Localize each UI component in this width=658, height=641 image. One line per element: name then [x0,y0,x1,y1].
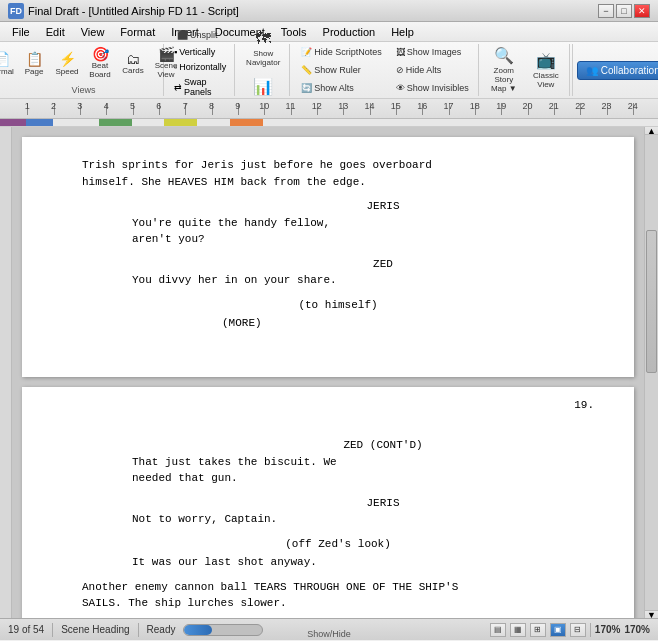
menu-edit[interactable]: Edit [38,24,73,40]
ready-status: Ready [147,624,176,635]
pages-container[interactable]: Trish sprints for Jeris just before he g… [12,127,644,618]
horizontally-icon: ▫ [174,62,177,72]
page-info: 19 of 54 [8,624,44,635]
color-strip [0,119,658,127]
vertically-button[interactable]: ▪ Vertically [172,46,217,58]
parenthetical-jeris-2: (off Zed's look) [162,536,514,553]
index-cards-button[interactable]: 🗂 Cards [117,45,149,81]
hide-alts-icon: ⊘ [396,65,404,75]
minimize-button[interactable]: − [598,4,614,18]
title-bar: FD Final Draft - [Untitled Airship FD 11… [0,0,658,22]
show-ruler-label: Show Ruler [314,65,361,75]
views-section: 📄 Normal 📋 Page ⚡ Speed 🎯 Beat Board 🗂 [4,44,164,96]
showhide-section: 📝 Hide ScriptNotes 📏 Show Ruler 🔄 Show A… [292,44,479,96]
dialogue-zed-1: You divvy her in on your share. [132,272,544,289]
status-bar-left: 19 of 54 Scene Heading Ready [8,623,482,637]
navigator-icon: 🗺 [251,30,275,48]
view-icon-2[interactable]: ▦ [510,623,526,637]
title-bar-left: FD Final Draft - [Untitled Airship FD 11… [8,3,239,19]
menu-help[interactable]: Help [383,24,422,40]
hide-alts-button[interactable]: ⊘ Hide Alts [391,62,474,78]
right-scrollbar[interactable]: ▲ ▼ [644,127,658,618]
character-jeris-2: JERIS [162,495,604,512]
dialogue-more: (MORE) [222,315,544,332]
script-page-2: 19. ZED (CONT'D) That just takes the bis… [22,387,634,618]
scene-type: Scene Heading [61,624,129,635]
collaboration-button[interactable]: 👥 Collaboration [577,61,658,80]
dialogue-jeris-2b: It was our last shot anyway. [132,554,544,571]
vertically-label: Vertically [179,47,215,57]
page-view-button[interactable]: 📋 Page [18,45,50,81]
ruler-icon: 📏 [301,65,312,75]
showhide-label: Show/Hide [307,629,351,639]
progress-bar [183,624,263,636]
invisibles-icon: 👁 [396,83,405,93]
classic-view-button[interactable]: 📺 Classic View [527,50,565,90]
storymap-icon: 📊 [251,74,275,98]
menu-format[interactable]: Format [112,24,163,40]
zoom-left: 170% [595,624,621,635]
show-invisibles-button[interactable]: 👁 Show Invisibles [391,80,474,96]
window-controls[interactable]: − □ ✕ [598,4,650,18]
dialogue-jeris-2a: Not to worry, Captain. [132,511,544,528]
show-ruler-button[interactable]: 📏 Show Ruler [296,62,387,78]
page-label: Page [25,67,44,76]
normal-view-button[interactable]: 📄 Normal [0,45,17,81]
status-divider-1 [52,623,53,637]
normal-label: Normal [0,67,14,76]
scroll-thumb[interactable] [646,230,657,373]
parenthetical-zed-1: (to himself) [162,297,514,314]
views-top-row: 📄 Normal 📋 Page ⚡ Speed 🎯 Beat Board 🗂 [0,45,182,81]
hide-scriptnotes-button[interactable]: 📝 Hide ScriptNotes [296,44,387,60]
images-icon: 🖼 [396,47,405,57]
left-margin [0,127,12,618]
zoom-story-map-button[interactable]: 🔍 Zoom StoryMap ▼ [485,50,523,90]
scriptnotes-icon: 📝 [301,47,312,57]
toolbar-row: 📄 Normal 📋 Page ⚡ Speed 🎯 Beat Board 🗂 [4,44,654,96]
show-alts-button[interactable]: 🔄 Show Alts [296,80,387,96]
scroll-track[interactable] [645,135,658,610]
view-icon-5[interactable]: ⊟ [570,623,586,637]
unsplit-button[interactable]: ⬛ Unsplit [172,27,223,43]
swap-label: Swap Panels [184,77,226,97]
page-icon: 📋 [26,51,43,67]
maximize-button[interactable]: □ [616,4,632,18]
view-icon-4[interactable]: ▣ [550,623,566,637]
ruler-bar: 123456789101112131415161718192021222324 [0,99,658,119]
navigator-label: Show Navigator [242,50,284,68]
close-button[interactable]: ✕ [634,4,650,18]
show-invisibles-label: Show Invisibles [407,83,469,93]
menu-view[interactable]: View [73,24,113,40]
zoom-section: 🔍 Zoom StoryMap ▼ 📺 Classic View [481,44,570,96]
hide-scriptnotes-label: Hide ScriptNotes [314,47,382,57]
dialogue-jeris-1: You're quite the handy fellow, aren't yo… [132,215,544,248]
zoom-right: 170% [624,624,650,635]
collab-people-icon: 👥 [586,65,598,76]
swap-icon: ⇄ [174,82,182,92]
menu-production[interactable]: Production [315,24,384,40]
collab-label: Collaboration [601,65,658,76]
scroll-up-button[interactable]: ▲ [645,127,658,135]
ruler-content: 123456789101112131415161718192021222324 [14,99,642,118]
show-images-button[interactable]: 🖼 Show Images [391,44,474,60]
scroll-down-button[interactable]: ▼ [645,610,658,618]
show-navigator-button[interactable]: 🗺 Show Navigator [241,29,285,69]
horizontally-button[interactable]: ▫ Horizontally [172,61,228,73]
classic-view-label: Classic View [528,72,564,90]
status-divider-2 [138,623,139,637]
show-images-label: Show Images [407,47,462,57]
menu-bar: File Edit View Format Insert Document To… [0,22,658,42]
speed-view-button[interactable]: ⚡ Speed [51,45,83,81]
progress-fill [184,625,211,635]
beat-label: Beat Board [85,62,115,80]
cards-label: Cards [122,67,143,76]
swap-panels-button[interactable]: ⇄ Swap Panels [172,76,228,98]
hide-alts-label: Hide Alts [406,65,442,75]
showhide-left-col: 📝 Hide ScriptNotes 📏 Show Ruler 🔄 Show A… [296,44,387,96]
status-bar-right: ▤ ▦ ⊞ ▣ ⊟ 170% 170% [490,623,650,637]
beat-icon: 🎯 [92,46,109,62]
view-icon-1[interactable]: ▤ [490,623,506,637]
menu-file[interactable]: File [4,24,38,40]
beat-board-button[interactable]: 🎯 Beat Board [84,45,116,81]
view-icon-3[interactable]: ⊞ [530,623,546,637]
